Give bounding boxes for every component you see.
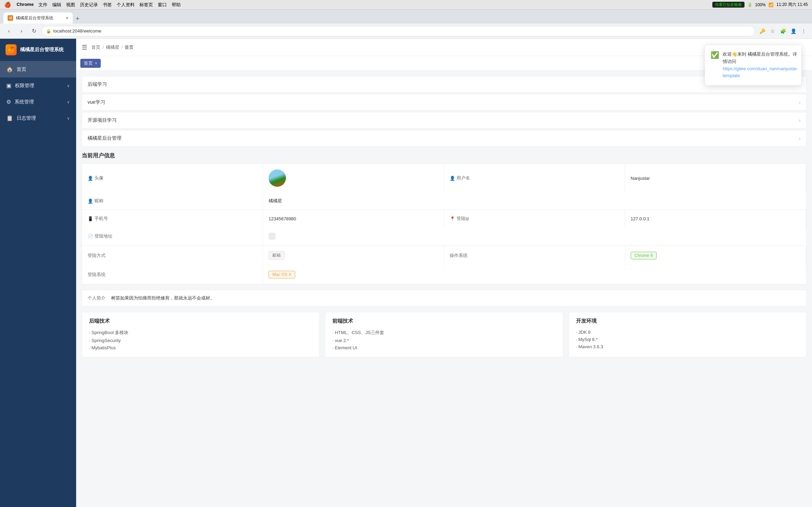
backend-list: · SpringBoot 多模块 · SpringSecurity · Myba… (89, 329, 312, 351)
chevron-down-icon-log: ∨ (67, 116, 70, 121)
chevron-right-icon-3: › (799, 136, 801, 141)
content-scroll[interactable]: 后端学习 › vue学习 › 开源项目学习 › 橘橘星后台管理 › 当前用户信息 (76, 71, 812, 507)
tech-card-frontend: 前端技术 · HTML、CSS、JS三件套 · vue 2.* · Elemen… (325, 312, 563, 357)
sidebar: 🍊 橘橘星后台管理系统 🏠 首页 ▣ 权限管理 ∨ ⚙ 系统管理 ∨ 📋 日志管… (0, 39, 76, 507)
login-method-badge: 邮箱 (269, 251, 285, 260)
browser-tab-active[interactable]: 橘 橘橘星后台管理系统 × (3, 12, 73, 24)
phone-value: 12345678980 (269, 216, 296, 221)
media-indicator: 你看它扯欢愉偷 (712, 2, 745, 8)
login-sys-label: 登陆系统 (88, 271, 106, 278)
profile-icon[interactable]: 👤 (789, 27, 797, 35)
user-info-cell-avatar (263, 164, 444, 192)
user-info-row-1: 👤 头像 👤 用户名 (82, 164, 806, 210)
hamburger-icon[interactable]: ☰ (82, 44, 87, 51)
breadcrumb-mid[interactable]: 橘橘星 (106, 44, 119, 50)
nickname-value: 橘橘星 (269, 198, 282, 204)
toast-link[interactable]: https://gitee.com/duan_nan/nanjustar-tem… (723, 66, 798, 79)
back-button[interactable]: ‹ (4, 26, 14, 36)
user-info-cell-login-method-value: 邮箱 (263, 246, 444, 265)
accordion-label-3: 橘橘星后台管理 (88, 135, 121, 141)
battery-percent: 100% (755, 2, 766, 7)
toast-popup: ✅ 欢迎👋来到 橘橘星后台管理系统。详情访问 https://gitee.com… (705, 45, 802, 85)
key-icon[interactable]: 🔑 (758, 27, 766, 35)
browser-nav: ‹ › ↻ 🔒 localhost:2048/welcome 🔑 ☆ 🧩 👤 ⋮ (0, 24, 812, 39)
avatar-label: 👤 头像 (88, 175, 103, 181)
app-layout: 🍊 橘橘星后台管理系统 🏠 首页 ▣ 权限管理 ∨ ⚙ 系统管理 ∨ 📋 日志管… (0, 39, 812, 507)
avatar (269, 169, 286, 187)
accordion-item-2[interactable]: 开源项目学习 › (82, 112, 806, 129)
sidebar-label-home: 首页 (17, 66, 70, 73)
sidebar-item-system[interactable]: ⚙ 系统管理 ∨ (0, 94, 76, 110)
frontend-title: 前端技术 (332, 318, 556, 324)
person-icon-avatar: 👤 (88, 176, 93, 181)
tab-favicon: 橘 (8, 15, 13, 21)
user-info-section-title: 当前用户信息 (82, 152, 806, 159)
menu-history[interactable]: 历史记录 (80, 2, 98, 8)
devenv-item-0: · JDK 8 (576, 329, 799, 336)
sidebar-label-log: 日志管理 (17, 115, 63, 121)
user-info-table: 👤 头像 👤 用户名 (82, 164, 806, 284)
menu-profile[interactable]: 个人资料 (117, 2, 135, 8)
extensions-icon[interactable]: 🧩 (779, 27, 787, 35)
sidebar-menu: 🏠 首页 ▣ 权限管理 ∨ ⚙ 系统管理 ∨ 📋 日志管理 ∨ (0, 61, 76, 507)
breadcrumb-current: 首页 (125, 44, 134, 50)
sidebar-item-permission[interactable]: ▣ 权限管理 ∨ (0, 77, 76, 94)
address-bar[interactable]: 🔒 localhost:2048/welcome (42, 26, 755, 36)
menu-dots-icon[interactable]: ⋮ (800, 27, 808, 35)
user-info-cell-address-label: 📄 登陆地址 (82, 227, 263, 245)
os-badge: Chrome 9 (631, 252, 657, 259)
tab-strip-close-icon[interactable]: × (95, 61, 97, 66)
sidebar-item-log[interactable]: 📋 日志管理 ∨ (0, 110, 76, 126)
backend-item-0: · SpringBoot 多模块 (89, 329, 312, 337)
backend-item-1: · SpringSecurity (89, 337, 312, 344)
menu-window[interactable]: 窗口 (158, 2, 167, 8)
address-label: 📄 登陆地址 (88, 233, 112, 239)
accordion-item-0[interactable]: 后端学习 › (82, 76, 806, 93)
frontend-item-2: · Element UI (332, 344, 556, 351)
chevron-down-icon-system: ∨ (67, 100, 70, 104)
menu-chrome[interactable]: Chrome (17, 2, 34, 8)
nav-right-icons: 🔑 ☆ 🧩 👤 ⋮ (758, 27, 808, 35)
menu-items: Chrome 文件 编辑 视图 历史记录 书签 个人资料 标签页 窗口 帮助 (17, 2, 181, 8)
address-placeholder (269, 233, 276, 240)
login-sys-badge: Mac OS X (269, 271, 295, 278)
ip-value: 127.0.0.1 (631, 216, 649, 221)
page-tab-home[interactable]: 首页 × (80, 59, 101, 68)
frontend-item-1: · vue 2.* (332, 337, 556, 344)
toast-message: 欢迎👋来到 橘橘星后台管理系统。详情访问 (723, 52, 797, 64)
new-tab-button[interactable]: + (73, 14, 82, 24)
nickname-label: 👤 昵称 (88, 198, 103, 204)
breadcrumb-home[interactable]: 首页 (91, 44, 100, 50)
toast-success-icon: ✅ (711, 51, 719, 80)
devenv-list: · JDK 8 · MySql 8.* · Maven 3.6.3 (576, 329, 799, 350)
menu-edit[interactable]: 编辑 (52, 2, 61, 8)
accordion-item-1[interactable]: vue学习 › (82, 94, 806, 111)
menu-help[interactable]: 帮助 (172, 2, 181, 8)
sidebar-logo: 🍊 橘橘星后台管理系统 (0, 39, 76, 61)
tab-strip: 首页 × (76, 56, 812, 71)
menu-tabs[interactable]: 标签页 (139, 2, 153, 8)
menubar-right: 你看它扯欢愉偷 🔋 100% 📶 11:20 周六 11:45 (712, 2, 808, 8)
star-icon[interactable]: ☆ (768, 27, 777, 35)
tab-close-button[interactable]: × (66, 15, 69, 21)
menu-bookmarks[interactable]: 书签 (103, 2, 112, 8)
user-info-cell-nickname-value: 橘橘星 (263, 192, 444, 210)
apple-icon[interactable]: 🍎 (4, 1, 11, 8)
sidebar-item-home[interactable]: 🏠 首页 (0, 61, 76, 77)
menu-view[interactable]: 视图 (66, 2, 75, 8)
tech-card-backend: 后端技术 · SpringBoot 多模块 · SpringSecurity ·… (82, 312, 319, 357)
accordion-item-3[interactable]: 橘橘星后台管理 › (82, 130, 806, 147)
forward-button[interactable]: › (17, 26, 26, 36)
user-info-cell-nickname-label: 👤 昵称 (82, 192, 263, 210)
user-info-cell-os-value: Chrome 9 (625, 246, 806, 265)
menu-file[interactable]: 文件 (38, 2, 47, 8)
username-value: Nanjustar (631, 176, 650, 181)
clock: 11:20 周六 11:45 (776, 2, 808, 8)
wifi-icon: 📶 (768, 2, 774, 7)
reload-button[interactable]: ↻ (29, 26, 39, 36)
phone-icon: 📱 (88, 216, 93, 221)
user-info-cell-address-value (263, 227, 444, 245)
user-info-row-2: 📱 手机号 12345678980 📍 登陆ip 12 (82, 210, 806, 246)
devenv-title: 开发环境 (576, 318, 799, 324)
breadcrumb-sep-1: / (102, 45, 104, 50)
